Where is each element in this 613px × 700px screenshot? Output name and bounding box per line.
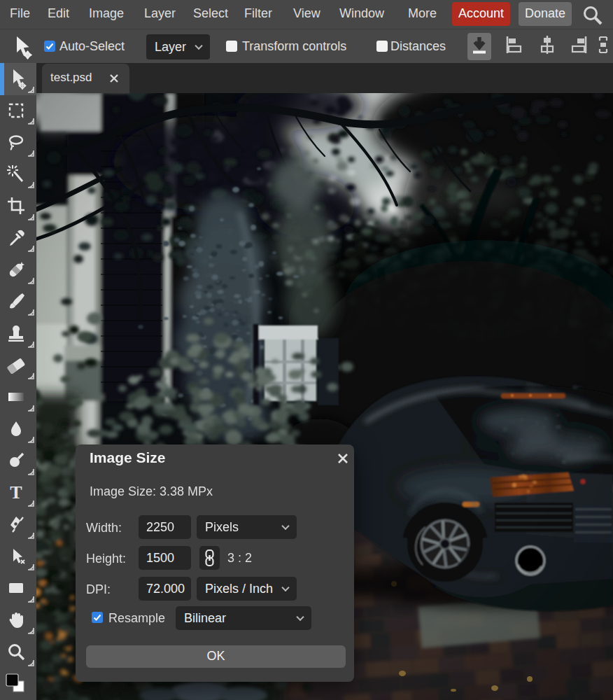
svg-text:T: T <box>10 482 22 503</box>
